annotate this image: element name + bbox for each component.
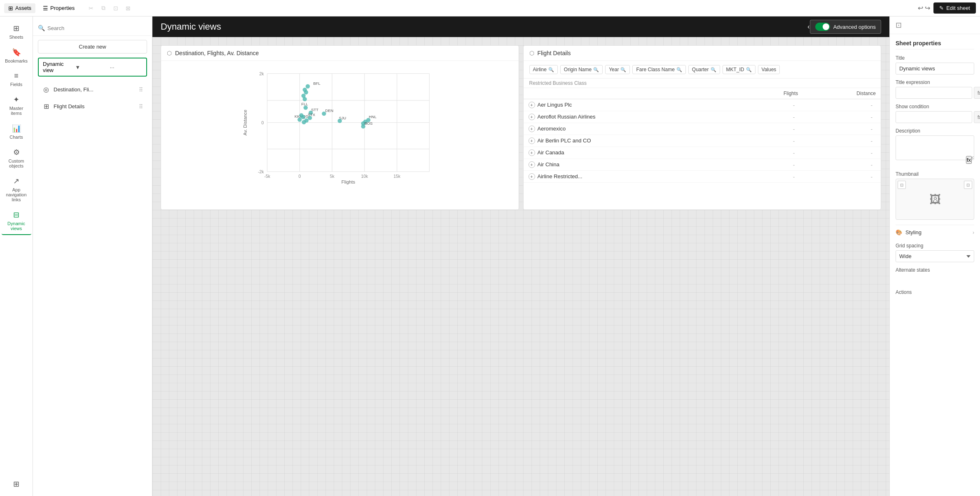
expand-icon[interactable]: ⬡ xyxy=(529,50,534,56)
filter-airline[interactable]: Airline 🔍 xyxy=(529,65,558,74)
master-items-icon: ✦ xyxy=(13,95,19,104)
panel-layout-icon: ⊡ xyxy=(896,21,902,29)
scatter-chart-card: ⬡ Destination, Flights, Av. Distance xyxy=(161,45,519,210)
thumbnail-corner-tl: ⊡ xyxy=(898,181,906,189)
svg-text:5k: 5k xyxy=(330,174,335,179)
more-options-icon[interactable]: ··· xyxy=(110,64,142,70)
svg-point-43 xyxy=(338,119,342,123)
panel-inner: Sheet properties Title Title expression … xyxy=(890,34,980,303)
grid-spacing-label: Grid spacing xyxy=(896,243,974,249)
list-item[interactable]: ⊞ Flight Details ⠿ xyxy=(36,98,149,114)
cell-flights: - xyxy=(738,123,803,135)
col-flights: Flights xyxy=(738,88,803,99)
filter-year[interactable]: Year 🔍 xyxy=(605,65,630,74)
cell-airline: +Airline Restricted... xyxy=(524,171,738,183)
flight-details-icon: ⊞ xyxy=(42,102,50,110)
title-expression-input[interactable] xyxy=(896,87,972,99)
values-chip[interactable]: Values xyxy=(758,65,780,74)
main-content: Dynamic views ‹ Advanced options ⬡ Desti… xyxy=(152,0,889,496)
svg-text:15k: 15k xyxy=(393,174,401,179)
advanced-options-toggle[interactable]: Advanced options xyxy=(810,20,881,34)
filter-origin-name[interactable]: Origin Name 🔍 xyxy=(560,65,603,74)
assets-tab[interactable]: ⊞ Assets xyxy=(4,3,35,13)
thumbnail-corner-tr: ⊡ xyxy=(964,181,972,189)
scatter-container: 2k 0 -2k -5k 0 5k 10k 15k Flights Av. Di… xyxy=(161,61,519,189)
cell-airline: +Aer Lingus Plc xyxy=(524,99,738,111)
item-dots-icon[interactable]: ⠿ xyxy=(139,86,143,93)
create-new-button[interactable]: Create new xyxy=(38,40,147,54)
toggle-switch[interactable] xyxy=(815,23,830,31)
left-sidebar: ⊞ Sheets 🔖 Bookmarks ≡ Fields ✦ Master i… xyxy=(0,0,33,496)
svg-text:HNL: HNL xyxy=(369,115,377,119)
table-chart-title: Flight Details xyxy=(538,50,875,56)
thumbnail-area[interactable]: ⊡ ⊡ 🖼 xyxy=(896,179,974,220)
asset-search-bar: 🔍 xyxy=(33,21,152,36)
search-input[interactable] xyxy=(47,25,147,31)
asset-panel: 🔍 Create new Dynamic view ▼ ··· ◎ Destin… xyxy=(33,0,152,496)
sidebar-item-app-nav[interactable]: ↗ App navigation links xyxy=(2,173,31,205)
styling-label: 🎨 Styling xyxy=(896,229,922,235)
dynamic-view-dropdown[interactable]: Dynamic view ▼ ··· xyxy=(38,58,147,77)
svg-text:0: 0 xyxy=(299,174,301,179)
restricted-label: Restricted Business Class xyxy=(524,79,881,88)
dynamic-views-icon: ⊟ xyxy=(13,210,19,219)
redo-icon[interactable]: ↪ xyxy=(925,4,930,12)
sidebar-item-master-items[interactable]: ✦ Master items xyxy=(2,92,31,119)
sidebar-item-charts[interactable]: 📊 Charts xyxy=(2,121,31,143)
edit-sheet-button[interactable]: ✎ Edit sheet xyxy=(933,2,976,14)
fields-icon: ≡ xyxy=(14,72,19,80)
svg-text:BFL: BFL xyxy=(313,82,320,86)
dv-header: Dynamic views ‹ Advanced options xyxy=(152,16,889,37)
sidebar-item-fields[interactable]: ≡ Fields xyxy=(2,68,31,90)
canvas-area[interactable]: ⬡ Destination, Flights, Av. Distance xyxy=(152,37,889,496)
svg-point-41 xyxy=(302,120,306,124)
filter-fare-class[interactable]: Fare Class Name 🔍 xyxy=(632,65,685,74)
styling-chevron-icon: › xyxy=(973,230,974,235)
sidebar-item-sheets[interactable]: ⊞ Sheets xyxy=(2,21,31,43)
show-condition-input[interactable] xyxy=(896,111,972,123)
back-button[interactable]: ‹ xyxy=(807,23,809,30)
properties-tab[interactable]: ☰ Properties xyxy=(39,3,79,13)
sidebar-item-custom-objects[interactable]: ⚙ Custom objects xyxy=(2,144,31,172)
sidebar-item-bottom[interactable]: ⊞ xyxy=(2,476,31,492)
cell-distance: - xyxy=(803,159,881,171)
description-fx-button[interactable]: fx xyxy=(966,156,972,164)
cell-airline: +Aeromexico xyxy=(524,123,738,135)
thumbnail-label: Thumbnail xyxy=(896,171,974,177)
custom-objects-icon: ⚙ xyxy=(13,148,20,157)
show-condition-fx-button[interactable]: fx xyxy=(974,111,980,123)
show-condition-row: fx xyxy=(896,111,974,123)
description-textarea[interactable] xyxy=(896,135,974,160)
undo-icon[interactable]: ↩ xyxy=(918,4,923,12)
cell-airline: +Air Berlin PLC and CO xyxy=(524,135,738,147)
sidebar-item-bookmarks[interactable]: 🔖 Bookmarks xyxy=(2,44,31,67)
grid-spacing-select[interactable]: Wide Medium Narrow xyxy=(896,250,974,262)
svg-point-37 xyxy=(308,116,312,120)
cell-flights: - xyxy=(738,111,803,123)
cell-distance: - xyxy=(803,111,881,123)
title-expression-fx-button[interactable]: fx xyxy=(974,87,980,99)
filter-quarter[interactable]: Quarter 🔍 xyxy=(688,65,720,74)
styling-row[interactable]: 🎨 Styling › xyxy=(896,225,974,240)
filter-mkt-id[interactable]: MKT_ID 🔍 xyxy=(723,65,755,74)
item-dots-icon[interactable]: ⠿ xyxy=(139,103,143,110)
top-toolbar: ⊞ Assets ☰ Properties ✂ ⧉ ⊡ ⊠ ↩ ↪ ✎ Edit… xyxy=(0,0,980,16)
cell-distance: - xyxy=(803,171,881,183)
title-input[interactable] xyxy=(896,63,974,75)
svg-text:0: 0 xyxy=(262,121,264,125)
list-item[interactable]: ◎ Destination, Fli... ⠿ xyxy=(36,82,149,98)
copy-icon[interactable]: ⧉ xyxy=(98,3,108,13)
dest-flights-icon: ◎ xyxy=(42,86,50,93)
svg-text:DEN: DEN xyxy=(325,109,334,113)
svg-text:Av. Distance: Av. Distance xyxy=(243,109,248,135)
bookmarks-icon: 🔖 xyxy=(12,48,21,57)
svg-point-39 xyxy=(301,115,305,119)
cell-airline: +Aeroflot Russian Airlines xyxy=(524,111,738,123)
paste-icon[interactable]: ⊡ xyxy=(111,3,121,13)
cut-icon[interactable]: ✂ xyxy=(86,3,96,13)
svg-point-24 xyxy=(304,90,308,94)
expand-icon[interactable]: ⬡ xyxy=(167,50,172,56)
dv-title: Dynamic views xyxy=(161,21,807,32)
sidebar-item-dynamic-views[interactable]: ⊟ Dynamic views xyxy=(2,207,31,235)
delete-icon[interactable]: ⊠ xyxy=(123,3,133,13)
